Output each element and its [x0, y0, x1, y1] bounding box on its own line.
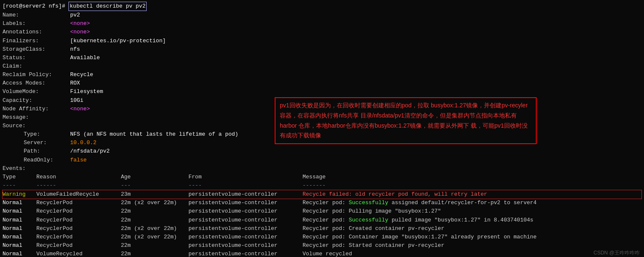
events-dashes-row: ---- ------ --- ---- -------: [3, 181, 641, 190]
value-reclaim: Recycle: [70, 71, 93, 79]
event-from-1: persistentvolume-controller: [188, 190, 303, 199]
value-readonly: false: [70, 156, 87, 164]
label-labels: Labels:: [3, 19, 70, 28]
event-from-3: persistentvolume-controller: [188, 207, 303, 216]
pv-source-line: Source:: [3, 122, 641, 130]
pv-volumemode-line: VolumeMode:Filesystem: [3, 87, 641, 96]
event-reason-7: RecyclerPod: [36, 241, 121, 250]
pv-access-line: Access Modes:ROX: [3, 79, 641, 87]
label-capacity: Capacity:: [3, 96, 70, 105]
event-from-2: persistentvolume-controller: [188, 199, 303, 207]
value-finalizers: [kubernetes.io/pv-protection]: [70, 37, 166, 45]
col-header-type: Type: [3, 173, 36, 181]
events-header-row: Type Reason Age From Message: [3, 173, 641, 181]
pv-finalizers-line: Finalizers:[kubernetes.io/pv-protection]: [3, 37, 641, 45]
watermark: CSDN @王咋咋咋咋: [593, 249, 640, 257]
dash-age: ---: [121, 181, 188, 190]
label-nodeaffinity: Node Affinity:: [3, 105, 70, 113]
event-age-2: 22m (x2 over 22m): [121, 199, 188, 207]
event-from-8: persistentvolume-controller: [188, 250, 303, 257]
label-claim: Claim:: [3, 62, 70, 71]
label-volumemode: VolumeMode:: [3, 87, 70, 96]
col-header-message: Message: [303, 173, 326, 181]
label-reclaim: Reclaim Policy:: [3, 71, 70, 79]
event-age-6: 22m (x2 over 22m): [121, 233, 188, 241]
events-label: Events:: [3, 164, 26, 173]
label-name: Name:: [3, 11, 70, 19]
event-type-8: Normal: [3, 250, 36, 257]
event-type-7: Normal: [3, 241, 36, 250]
event-row-3: Normal RecyclerPod 22m persistentvolume-…: [3, 207, 641, 216]
value-type: NFS (an NFS mount that lasts the lifetim…: [70, 130, 238, 139]
event-type-4: Normal: [3, 216, 36, 224]
event-reason-3: RecyclerPod: [36, 207, 121, 216]
event-row-6: Normal RecyclerPod 22m (x2 over 22m) per…: [3, 233, 641, 241]
value-status: Available: [70, 54, 100, 62]
value-path: /nfsdata/pv2: [70, 147, 110, 156]
value-annotations: <none>: [70, 28, 90, 36]
pv-labels-line: Labels:<none>: [3, 19, 641, 28]
event-age-1: 23m: [121, 190, 188, 199]
prompt-line: [root@server2 nfs]# kubectl describe pv …: [3, 2, 641, 11]
command-text: kubectl describe pv pv2: [68, 2, 147, 11]
label-storageclass: StorageClass:: [3, 45, 70, 54]
event-row-8: Normal VolumeRecycled 22m persistentvolu…: [3, 250, 641, 257]
label-path: Path:: [24, 147, 70, 156]
event-from-4: persistentvolume-controller: [188, 216, 303, 224]
event-reason-5: RecyclerPod: [36, 224, 121, 233]
event-reason-1: VolumeFailedRecycle: [36, 190, 121, 199]
event-type-2: Normal: [3, 199, 36, 207]
event-message-2: Recycler pod: Successfully assigned defa…: [303, 199, 537, 207]
pv-status-line: Status:Available: [3, 54, 641, 62]
event-age-4: 22m: [121, 216, 188, 224]
event-age-7: 22m: [121, 241, 188, 250]
source-server-line: Server:10.0.0.2: [3, 139, 641, 147]
label-access: Access Modes:: [3, 79, 70, 87]
event-from-6: persistentvolume-controller: [188, 233, 303, 241]
prompt-text: [root@server2 nfs]#: [3, 2, 68, 11]
event-reason-4: RecyclerPod: [36, 216, 121, 224]
event-message-7: Recycler pod: Started container pv-recyc…: [303, 241, 444, 250]
dash-from: ----: [188, 181, 303, 190]
pv-reclaim-line: Reclaim Policy:Recycle: [3, 71, 641, 79]
terminal: [root@server2 nfs]# kubectl describe pv …: [0, 0, 644, 257]
value-nodeaffinity: <none>: [70, 105, 90, 113]
source-type-line: Type:NFS (an NFS mount that lasts the li…: [3, 130, 641, 139]
label-readonly: ReadOnly:: [24, 156, 70, 164]
pv-nodeaffinity-line: Node Affinity:<none>: [3, 105, 641, 113]
col-header-age: Age: [121, 173, 188, 181]
event-age-3: 22m: [121, 207, 188, 216]
event-row-1: Warning VolumeFailedRecycle 23m persiste…: [3, 190, 641, 199]
label-finalizers: Finalizers:: [3, 37, 70, 45]
event-row-2: Normal RecyclerPod 22m (x2 over 22m) per…: [3, 199, 641, 207]
pv-storageclass-line: StorageClass:nfs: [3, 45, 641, 54]
value-storageclass: nfs: [70, 45, 80, 54]
dash-message: -------: [303, 181, 326, 190]
pv-capacity-line: Capacity:10Gi: [3, 96, 641, 105]
event-message-4: Recycler pod: Successfully pulled image …: [303, 216, 533, 224]
value-volumemode: Filesystem: [70, 87, 103, 96]
event-from-7: persistentvolume-controller: [188, 241, 303, 250]
event-from-5: persistentvolume-controller: [188, 224, 303, 233]
event-msg-red-1: Recycle failed: old recycler pod found, …: [303, 191, 487, 197]
events-label-line: Events:: [3, 164, 641, 173]
event-reason-6: RecyclerPod: [36, 233, 121, 241]
pv-name-line: Name:pv2: [3, 11, 641, 19]
event-reason-8: VolumeRecycled: [36, 250, 121, 257]
dash-type: ----: [3, 181, 36, 190]
event-message-8: Volume recycled: [303, 250, 352, 257]
source-path-line: Path:/nfsdata/pv2: [3, 147, 641, 156]
col-header-reason: Reason: [36, 173, 121, 181]
pv-claim-line: Claim:: [3, 62, 641, 71]
label-type: Type:: [24, 130, 70, 139]
event-type-5: Normal: [3, 224, 36, 233]
pv-message-line: Message:: [3, 113, 641, 122]
label-server: Server:: [24, 139, 70, 147]
event-reason-2: RecyclerPod: [36, 199, 121, 207]
label-annotations: Annotations:: [3, 28, 70, 36]
event-row-7: Normal RecyclerPod 22m persistentvolume-…: [3, 241, 641, 250]
event-message-5: Recycler pod: Created container pv-recyc…: [303, 224, 444, 233]
event-row-5: Normal RecyclerPod 22m (x2 over 22m) per…: [3, 224, 641, 233]
event-message-6: Recycler pod: Container image "busybox:1…: [303, 233, 537, 241]
label-message: Message:: [3, 113, 70, 122]
